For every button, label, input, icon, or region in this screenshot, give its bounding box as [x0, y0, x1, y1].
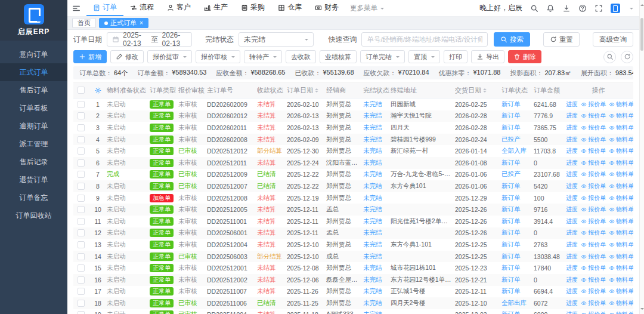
export-button[interactable]: 导出 — [471, 50, 504, 63]
op-link-进度[interactable]: 进度 — [566, 253, 578, 261]
op-link-报价单[interactable]: 报价单 — [581, 136, 606, 144]
op-link-报价单[interactable]: 报价单 — [581, 253, 606, 261]
op-link-物料单[interactable]: 物料单 — [609, 264, 633, 272]
table-row[interactable]: 18未启动正常单已审核DD202511006已结清2025-11-25郑州贾总未… — [73, 297, 633, 309]
op-link-报价单[interactable]: 报价单 — [581, 170, 606, 178]
table-row[interactable]: 6未启动正常单未审核DD202512011未结算2025-12-24沈阳市蓝莓经… — [73, 157, 633, 169]
row-checkbox[interactable] — [73, 300, 89, 307]
pin-button[interactable]: 置顶 — [408, 50, 440, 63]
op-link-物料单[interactable]: 物料单 — [609, 276, 633, 284]
nav-item-finance[interactable]: 财务 — [308, 0, 345, 16]
delete-button[interactable]: 删除 — [508, 50, 541, 63]
row-checkbox[interactable] — [73, 253, 89, 260]
sidebar-item-aftersale-orders[interactable]: 售后订单 — [0, 81, 67, 99]
op-link-进度[interactable]: 进度 — [566, 170, 578, 178]
row-checkbox[interactable] — [73, 101, 89, 108]
tab-正式订单[interactable]: 正式订单× — [99, 18, 148, 28]
row-checkbox[interactable] — [73, 241, 89, 248]
advanced-query-button[interactable]: 高级查询 — [593, 32, 633, 47]
table-row[interactable]: 11未启动正常单未审核DD202511001未结算2025-12-11郑州贾总未… — [73, 216, 633, 227]
op-link-报价单[interactable]: 报价单 — [581, 276, 606, 284]
row-checkbox[interactable] — [73, 288, 89, 295]
op-link-进度[interactable]: 进度 — [566, 241, 578, 249]
op-link-报价单[interactable]: 报价单 — [581, 287, 606, 295]
search-button[interactable]: 搜索 — [494, 32, 530, 47]
select-all-checkbox[interactable] — [73, 87, 89, 94]
op-link-进度[interactable]: 进度 — [566, 182, 578, 190]
to-production-button[interactable]: 转待产 — [244, 50, 282, 63]
scrollbar-thumb[interactable] — [640, 18, 643, 51]
finish-status-select[interactable]: 未完结 — [239, 32, 314, 47]
table-row[interactable]: 7完成正常单已审核DD202512009已结清2025-12-22郑州贾总未完结… — [73, 169, 633, 181]
row-checkbox[interactable] — [73, 276, 89, 284]
scrollbar-up-icon[interactable] — [640, 2, 644, 6]
row-checkbox[interactable] — [73, 229, 89, 236]
column-settings-gear-icon[interactable] — [89, 87, 107, 94]
row-checkbox[interactable] — [73, 183, 89, 190]
table-row[interactable]: 3未启动正常单未审核DD202602011未结算2026-02-13郑州贾总未完… — [73, 122, 633, 134]
row-checkbox[interactable] — [73, 206, 89, 213]
op-link-进度[interactable]: 进度 — [566, 217, 578, 226]
collapse-menu-icon[interactable] — [72, 4, 80, 13]
nav-item-purchase[interactable]: 采购 — [234, 0, 271, 16]
row-checkbox[interactable] — [73, 124, 89, 131]
column-header-delivery_date[interactable]: 交货日期 — [455, 86, 501, 95]
sidebar-item-intent-orders[interactable]: 意向订单 — [0, 45, 67, 63]
op-link-报价单[interactable]: 报价单 — [581, 205, 606, 214]
sidebar-item-overdue-orders[interactable]: 逾期订单 — [0, 117, 67, 135]
row-checkbox[interactable] — [73, 159, 89, 167]
sidebar-item-order-recycle-bin[interactable]: 订单回收站 — [0, 207, 67, 224]
op-link-进度[interactable]: 进度 — [566, 229, 578, 237]
op-link-报价单[interactable]: 报价单 — [581, 229, 606, 237]
tab-首页[interactable]: 首页 — [72, 18, 96, 28]
op-link-物料单[interactable]: 物料单 — [609, 159, 633, 167]
op-link-报价单[interactable]: 报价单 — [581, 112, 606, 120]
more-menu[interactable]: 更多菜单 — [345, 4, 389, 13]
op-link-报价单[interactable]: 报价单 — [581, 264, 606, 272]
op-link-进度[interactable]: 进度 — [566, 124, 578, 132]
op-link-进度[interactable]: 进度 — [566, 100, 578, 109]
op-link-报价单[interactable]: 报价单 — [581, 159, 606, 167]
op-link-进度[interactable]: 进度 — [566, 159, 578, 167]
op-link-进度[interactable]: 进度 — [566, 147, 578, 155]
print-button[interactable]: 打印 — [444, 50, 467, 63]
collect-payment-button[interactable]: 去收款 — [286, 50, 316, 63]
op-link-进度[interactable]: 进度 — [566, 310, 578, 314]
op-link-物料单[interactable]: 物料单 — [609, 229, 633, 237]
row-checkbox[interactable] — [73, 112, 89, 119]
date-range-input[interactable]: 2025-02-13 至 2026-02-13 — [107, 32, 192, 47]
op-link-报价单[interactable]: 报价单 — [581, 217, 606, 226]
nav-item-warehouse[interactable]: 仓库 — [271, 0, 308, 16]
row-checkbox[interactable] — [73, 218, 89, 225]
row-checkbox[interactable] — [73, 147, 89, 155]
column-search-button[interactable] — [603, 51, 616, 63]
op-link-报价单[interactable]: 报价单 — [581, 147, 606, 155]
op-link-物料单[interactable]: 物料单 — [609, 287, 633, 295]
op-link-进度[interactable]: 进度 — [566, 205, 578, 214]
quote-submit-button[interactable]: 报价提审 — [147, 50, 192, 63]
bell-icon[interactable] — [546, 4, 555, 13]
reset-button[interactable]: 重置 — [543, 32, 580, 47]
sidebar-item-aftersale-records[interactable]: 售后记录 — [0, 153, 67, 171]
row-checkbox[interactable] — [73, 136, 89, 143]
scrollbar-down-icon[interactable] — [640, 308, 644, 312]
nav-item-orders[interactable]: 订单 — [86, 0, 123, 16]
nav-item-customers[interactable]: 客户 — [160, 0, 197, 16]
order-finish-button[interactable]: 订单完结 — [360, 50, 405, 63]
table-row[interactable]: 4未启动正常单未审核DD202602008未结算2026-02-09郑州贾总未完… — [73, 134, 633, 146]
sort-icon[interactable] — [483, 87, 487, 94]
table-row[interactable]: 15未启动正常单未审核DD202512001未结算2025-12-08郑州贾总未… — [73, 262, 633, 274]
op-link-报价单[interactable]: 报价单 — [581, 100, 606, 109]
op-link-报价单[interactable]: 报价单 — [581, 310, 606, 314]
op-link-物料单[interactable]: 物料单 — [609, 217, 633, 226]
row-checkbox[interactable] — [73, 171, 89, 178]
table-row[interactable]: 9未启动加急单未审核DD202512008未结算2025-12-19郑州贾总未完… — [73, 192, 633, 204]
op-link-进度[interactable]: 进度 — [566, 264, 578, 272]
sidebar-item-dispatch-management[interactable]: 派工管理 — [0, 135, 67, 153]
op-link-物料单[interactable]: 物料单 — [609, 170, 633, 178]
sidebar-item-order-board[interactable]: 订单看板 — [0, 99, 67, 117]
sidebar-item-return-orders[interactable]: 退货订单 — [0, 171, 67, 189]
op-link-进度[interactable]: 进度 — [566, 112, 578, 120]
op-link-进度[interactable]: 进度 — [566, 287, 578, 295]
op-link-报价单[interactable]: 报价单 — [581, 124, 606, 132]
